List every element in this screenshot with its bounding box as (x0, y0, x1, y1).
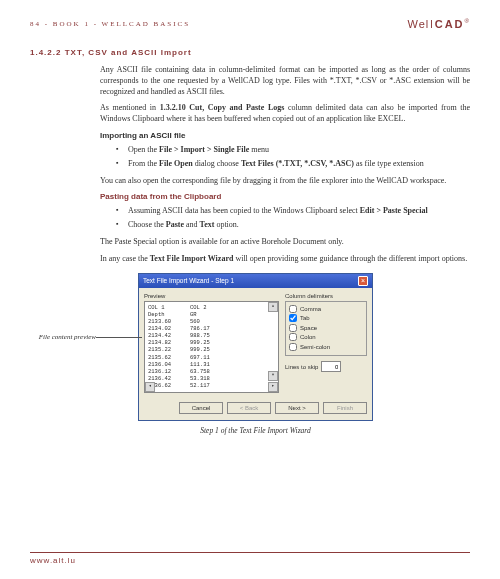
cancel-button[interactable]: Cancel (179, 402, 223, 414)
delim-option-4[interactable]: Semi-colon (289, 343, 363, 351)
close-icon[interactable]: × (358, 276, 368, 286)
annotation-preview: File content preview (36, 333, 96, 341)
delim-option-2[interactable]: Space (289, 324, 363, 332)
subhead-pasting: Pasting data from the Clipboard (100, 192, 470, 201)
annotation-line (96, 337, 142, 338)
footer-rule (30, 552, 470, 553)
section-title: 1.4.2.2 TXT, CSV and ASCII Import (30, 48, 470, 57)
delimiters-box: CommaTabSpaceColonSemi-colon (285, 301, 367, 357)
delim-label: Colon (300, 334, 316, 340)
bullet-1: Open the File > Import > Single File men… (116, 145, 470, 156)
back-button[interactable]: < Back (227, 402, 271, 414)
wizard-dialog: Text File Import Wizard - Step 1 × Previ… (138, 273, 373, 421)
preview-box: COL 1COL 2DepthGR2133.605602134.02786.17… (144, 301, 279, 393)
scroll-up-icon[interactable]: ▴ (268, 302, 278, 312)
delim-label: Space (300, 325, 317, 331)
scroll-down-icon[interactable]: ▾ (268, 371, 278, 381)
delimiters-label: Column delimiters (285, 293, 367, 299)
delim-label: Tab (300, 315, 310, 321)
figure-caption: Step 1 of the Text File Import Wizard (138, 426, 373, 435)
subhead-importing: Importing an ASCII file (100, 131, 470, 140)
finish-button[interactable]: Finish (323, 402, 367, 414)
delim-checkbox[interactable] (289, 333, 297, 341)
para-1: Any ASCII file containing data in column… (100, 65, 470, 97)
scroll-left-icon[interactable]: ◂ (145, 382, 155, 392)
preview-label: Preview (144, 293, 279, 299)
logo: WellCAD® (408, 18, 470, 30)
bullet-4: Choose the Paste and Text option. (116, 220, 470, 231)
page-header-left: 84 - BOOK 1 - WELLCAD BASICS (30, 20, 190, 28)
delim-option-3[interactable]: Colon (289, 333, 363, 341)
delim-checkbox[interactable] (289, 324, 297, 332)
delim-label: Comma (300, 306, 321, 312)
wizard-title: Text File Import Wizard - Step 1 (143, 277, 234, 284)
bullet-2: From the File Open dialog choose Text Fi… (116, 159, 470, 170)
para-5: In any case the Text File Import Wizard … (100, 254, 470, 265)
footer-url: www.alt.lu (30, 556, 470, 565)
para-3: You can also open the corresponding file… (100, 176, 470, 187)
lines-skip-label: Lines to skip (285, 364, 318, 370)
delim-label: Semi-colon (300, 344, 330, 350)
lines-skip-input[interactable] (321, 361, 341, 372)
delim-option-1[interactable]: Tab (289, 314, 363, 322)
para-2: As mentioned in 1.3.2.10 Cut, Copy and P… (100, 103, 470, 125)
next-button[interactable]: Next > (275, 402, 319, 414)
bullet-3: Assuming ASCII data has been copied to t… (116, 206, 470, 217)
delim-checkbox[interactable] (289, 305, 297, 313)
delim-checkbox[interactable] (289, 314, 297, 322)
delim-option-0[interactable]: Comma (289, 305, 363, 313)
para-4: The Paste Special option is available fo… (100, 237, 470, 248)
delim-checkbox[interactable] (289, 343, 297, 351)
wizard-titlebar: Text File Import Wizard - Step 1 × (139, 274, 372, 288)
scroll-right-icon[interactable]: ▸ (268, 382, 278, 392)
